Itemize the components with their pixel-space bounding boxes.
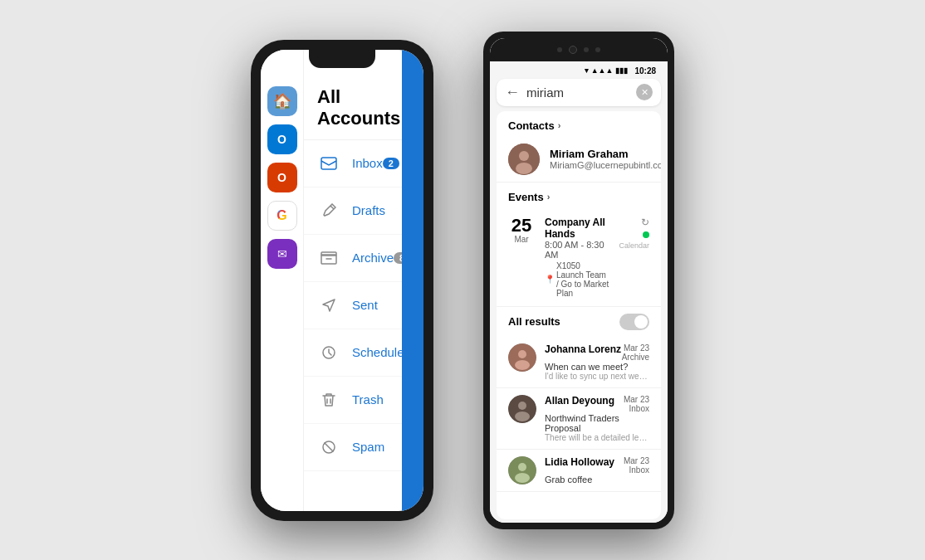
all-results-label: All results (508, 315, 560, 328)
email-meta-1: Allan Deyoung Mar 23 Inbox (545, 395, 649, 413)
email-avatar-0 (508, 343, 536, 372)
event-meta: ↻ Calendar (619, 217, 649, 250)
nav-item-drafts-label: Drafts (352, 203, 389, 217)
email-folder-0: Archive (622, 353, 649, 362)
sidebar-email-icon[interactable]: ✉ (267, 239, 297, 269)
nav-item-sent[interactable]: Sent (304, 282, 402, 329)
email-row-1[interactable]: Allan Deyoung Mar 23 Inbox Northwind Tra… (497, 388, 661, 450)
email-avatar-2 (508, 456, 536, 485)
nav-items-list: Inbox 2 Drafts (304, 140, 402, 471)
event-location: 📍 X1050 Launch Team / Go to Market Plan (545, 261, 609, 298)
email-body-1: Allan Deyoung Mar 23 Inbox Northwind Tra… (545, 395, 649, 442)
camera-lens (569, 46, 577, 54)
event-time: 8:00 AM - 8:30 AM (545, 240, 609, 260)
search-clear-button[interactable]: ✕ (636, 84, 653, 100)
nav-item-trash[interactable]: Trash (304, 377, 402, 424)
svg-point-7 (519, 151, 529, 161)
phone2-screen: ▾ ▲▲▲ ▮▮▮ 10:28 ← miriam ✕ Contacts (490, 38, 668, 523)
email-folder-2: Inbox (624, 465, 649, 475)
right-peek-panel (402, 50, 423, 511)
contact-row[interactable]: Miriam Graham MiriamG@lucernepubintl.com (497, 137, 661, 183)
location-pin-icon: 📍 (545, 275, 555, 284)
event-row[interactable]: 25 Mar Company All Hands 8:00 AM - 8:30 … (497, 208, 661, 307)
email-date-2: Mar 23 (624, 456, 649, 465)
phone1-notch (309, 50, 375, 68)
inbox-icon (317, 152, 340, 175)
sidebar: 🏠 O O G ✉ (261, 50, 304, 511)
contacts-chevron: › (558, 120, 561, 130)
status-time: 10:28 (634, 66, 656, 75)
contact-email: MiriamG@lucernepubintl.com (550, 160, 661, 170)
email-preview-0: I'd like to sync up next week and spend … (545, 372, 649, 381)
spam-icon (317, 436, 340, 459)
status-icons: ▾ ▲▲▲ ▮▮▮ (585, 66, 629, 75)
email-sender-2: Lidia Holloway (545, 456, 614, 468)
email-preview-1: There will be a detailed legal review of… (545, 433, 649, 442)
nav-item-scheduled-label: Scheduled (352, 345, 402, 359)
email-subject-0: When can we meet? (545, 362, 649, 372)
sidebar-google-icon[interactable]: G (267, 201, 297, 231)
nav-item-inbox[interactable]: Inbox 2 (304, 140, 402, 187)
svg-point-16 (518, 463, 526, 471)
battery-icon: ▮▮▮ (615, 66, 628, 75)
email-row-2[interactable]: Lidia Holloway Mar 23 Inbox Grab coffee (497, 450, 661, 492)
email-sender-0: Johanna Lorenz (545, 343, 621, 355)
nav-item-drafts[interactable]: Drafts (304, 187, 402, 235)
nav-badge-archive: 8 (394, 252, 402, 264)
nav-item-inbox-label: Inbox (352, 156, 383, 170)
events-chevron: › (547, 192, 551, 202)
email-subject-2: Grab coffee (545, 475, 649, 485)
contact-info: Miriam Graham MiriamG@lucernepubintl.com (550, 148, 661, 170)
phone2-device: ▾ ▲▲▲ ▮▮▮ 10:28 ← miriam ✕ Contacts (483, 32, 674, 529)
svg-point-13 (518, 402, 526, 410)
contact-name: Miriam Graham (550, 148, 661, 160)
archive-icon (317, 246, 340, 270)
search-query-text[interactable]: miriam (526, 85, 629, 100)
nav-item-trash-label: Trash (352, 392, 389, 407)
phone2-top-bar (490, 38, 668, 61)
camera-dot-2 (584, 47, 589, 52)
nav-item-archive[interactable]: Archive 8 (304, 235, 402, 282)
svg-point-14 (515, 411, 530, 421)
nav-item-sent-label: Sent (352, 298, 389, 312)
svg-rect-2 (321, 252, 336, 256)
contacts-section-header[interactable]: Contacts › (497, 111, 661, 137)
events-section-header[interactable]: Events › (497, 183, 661, 208)
scheduled-icon (317, 341, 340, 364)
sent-icon (317, 294, 340, 317)
search-bar[interactable]: ← miriam ✕ (497, 79, 661, 106)
email-date-1: Mar 23 (624, 395, 649, 404)
camera-dot-3 (595, 47, 600, 52)
nav-panel: All Accounts Inbox 2 (304, 50, 402, 511)
all-results-toggle[interactable] (619, 314, 649, 330)
camera-dot-1 (557, 47, 562, 52)
sidebar-outlook-icon[interactable]: O (267, 124, 297, 154)
svg-point-17 (515, 473, 530, 483)
email-subject-1: Northwind Traders Proposal (545, 413, 649, 433)
nav-item-scheduled[interactable]: Scheduled (304, 329, 402, 377)
svg-point-11 (515, 360, 530, 370)
email-avatar-1 (508, 395, 536, 423)
email-body-2: Lidia Holloway Mar 23 Inbox Grab coffee (545, 456, 649, 485)
svg-point-10 (518, 350, 526, 358)
phone1-device: 🏠 O O G ✉ All Accounts (251, 40, 433, 521)
phone1-screen: 🏠 O O G ✉ All Accounts (261, 50, 423, 511)
sidebar-office-icon[interactable]: O (267, 163, 297, 192)
email-sender-1: Allan Deyoung (545, 395, 614, 407)
event-month: Mar (508, 235, 535, 244)
phone2-inner: ▾ ▲▲▲ ▮▮▮ 10:28 ← miriam ✕ Contacts (490, 61, 668, 523)
email-row-0[interactable]: Johanna Lorenz Mar 23 Archive When can w… (497, 337, 661, 388)
email-date-0: Mar 23 (622, 343, 649, 353)
svg-line-5 (325, 442, 334, 451)
scene: 🏠 O O G ✉ All Accounts (0, 0, 925, 560)
back-button[interactable]: ← (505, 84, 520, 101)
nav-item-spam[interactable]: Spam (304, 424, 402, 471)
nav-item-archive-label: Archive (352, 251, 394, 265)
drafts-icon (317, 199, 340, 222)
sidebar-home-icon[interactable]: 🏠 (267, 86, 297, 116)
wifi-icon: ▾ (585, 66, 589, 75)
email-right-2: Mar 23 Inbox (624, 456, 649, 475)
svg-rect-0 (321, 158, 336, 169)
status-bar: ▾ ▲▲▲ ▮▮▮ 10:28 (490, 61, 668, 79)
event-title: Company All Hands (545, 217, 609, 240)
